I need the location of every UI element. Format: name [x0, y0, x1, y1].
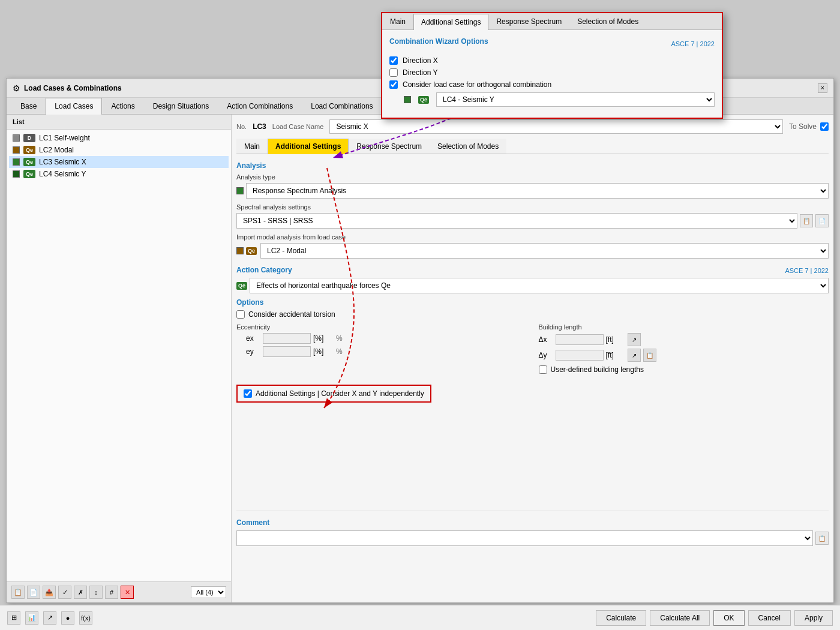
- taskbar-right: Calculate Calculate All OK Cancel Apply: [589, 610, 840, 626]
- taskbar-icon-1[interactable]: ⊞: [7, 611, 20, 625]
- delete-icon-btn[interactable]: ✕: [121, 586, 134, 599]
- taskbar-icon-3[interactable]: ↗: [43, 611, 56, 625]
- lc4-color: [13, 170, 20, 178]
- dy-label: Δy: [539, 351, 553, 359]
- spectral-btn1[interactable]: 📋: [800, 214, 813, 227]
- popup-lc4-badge: Qe: [418, 96, 429, 104]
- copy-icon-btn[interactable]: 📄: [27, 586, 40, 599]
- accidental-torsion-row: Consider accidental torsion: [236, 310, 829, 319]
- popup-tab-main[interactable]: Main: [382, 13, 413, 29]
- inner-tab-response[interactable]: Response Spectrum: [349, 139, 430, 154]
- additional-settings-highlight: Additional Settings | Consider X and Y i…: [236, 385, 431, 403]
- popup-tab-response[interactable]: Response Spectrum: [488, 13, 569, 29]
- list-item-lc2[interactable]: Qe LC2 Modal: [9, 144, 229, 156]
- lc1-label: LC1 Self-weight: [39, 134, 90, 142]
- list-item-lc1[interactable]: D LC1 Self-weight: [9, 132, 229, 144]
- action-cat-select[interactable]: Effects of horizontal earthquake forces …: [250, 278, 829, 293]
- accidental-torsion-checkbox[interactable]: [236, 310, 245, 319]
- lc2-color: [13, 146, 20, 154]
- tab-actions[interactable]: Actions: [102, 98, 143, 114]
- dx-btn1[interactable]: ↗: [628, 333, 641, 346]
- eccentricity-col: Eccentricity ex [%] % ey [%] %: [236, 323, 527, 379]
- dy-input[interactable]: [556, 350, 604, 361]
- right-panel: No. LC3 Load Case Name Seismic X To Solv…: [232, 115, 833, 602]
- eccentricity-grid: ex [%] % ey [%] %: [246, 333, 527, 357]
- uncheck-icon-btn[interactable]: ✗: [74, 586, 87, 599]
- modal-select[interactable]: LC2 - Modal: [260, 243, 829, 259]
- app-icon: ⚙: [13, 83, 20, 93]
- orthogonal-label: Consider load case for orthogonal combin…: [403, 80, 551, 89]
- user-defined-row: User-defined building lengths: [539, 365, 829, 374]
- ey-pct-symbol: %: [336, 347, 350, 356]
- ey-input[interactable]: [263, 346, 311, 357]
- dy-btn1[interactable]: ↗: [628, 349, 641, 362]
- lc-name-select[interactable]: Seismic X: [329, 119, 783, 134]
- lc4-color-box: [404, 96, 411, 103]
- tab-load-cases[interactable]: Load Cases: [46, 98, 102, 115]
- popup-tab-additional[interactable]: Additional Settings: [413, 14, 488, 30]
- cancel-button[interactable]: Cancel: [748, 610, 791, 626]
- comment-select[interactable]: [236, 530, 813, 546]
- export-icon-btn[interactable]: 📤: [43, 586, 56, 599]
- analysis-type-row: Response Spectrum Analysis: [236, 183, 829, 199]
- action-cat-header: Action Category ASCE 7 | 2022: [236, 263, 829, 278]
- eccentricity-label: Eccentricity: [236, 323, 527, 331]
- tab-action-combinations[interactable]: Action Combinations: [218, 98, 302, 114]
- ex-input[interactable]: [263, 333, 311, 344]
- accidental-torsion-label: Consider accidental torsion: [248, 310, 335, 319]
- spectral-select[interactable]: SPS1 - SRSS | SRSS: [236, 213, 797, 229]
- list-item-lc4[interactable]: Qe LC4 Seismic Y: [9, 168, 229, 180]
- popup-asce: ASCE 7 | 2022: [671, 40, 715, 47]
- direction-y-checkbox[interactable]: [389, 68, 398, 77]
- user-defined-label: User-defined building lengths: [551, 365, 644, 374]
- calculate-all-button[interactable]: Calculate All: [650, 610, 710, 626]
- orthogonal-checkbox[interactable]: [389, 80, 398, 89]
- add-icon-btn[interactable]: 📋: [11, 586, 25, 599]
- direction-y-label: Direction Y: [403, 68, 437, 77]
- to-solve-checkbox[interactable]: [820, 122, 829, 131]
- inner-tab-modes[interactable]: Selection of Modes: [430, 139, 506, 154]
- dx-ft-label: [ft]: [606, 335, 625, 344]
- tab-load-combinations[interactable]: Load Combinations: [302, 98, 382, 114]
- tab-design-situations[interactable]: Design Situations: [144, 98, 218, 114]
- comment-btn[interactable]: 📋: [815, 532, 829, 545]
- popup-dir-x-row: Direction X: [389, 56, 715, 65]
- taskbar-icon-4[interactable]: ●: [61, 611, 74, 625]
- popup-lc4-row: Qe LC4 - Seismic Y: [404, 92, 715, 107]
- popup-lc4-select[interactable]: LC4 - Seismic Y: [436, 92, 715, 107]
- dy-btn2[interactable]: 📋: [643, 349, 656, 362]
- analysis-type-color: [236, 187, 244, 194]
- dy-ft-label: [ft]: [606, 351, 625, 359]
- consider-xy-checkbox[interactable]: [244, 389, 252, 398]
- no-label: No.: [236, 123, 247, 130]
- taskbar-icon-2[interactable]: 📊: [25, 611, 38, 625]
- popup-tab-modes[interactable]: Selection of Modes: [569, 13, 646, 29]
- dx-input[interactable]: [556, 334, 604, 345]
- spectral-btn2[interactable]: 📄: [815, 214, 829, 227]
- tab-base[interactable]: Base: [11, 98, 46, 114]
- options-label: Options: [236, 298, 829, 307]
- window-title: Load Cases & Combinations: [24, 84, 122, 92]
- num-icon-btn[interactable]: #: [105, 586, 118, 599]
- analysis-type-select[interactable]: Response Spectrum Analysis: [246, 183, 829, 199]
- all-count-select[interactable]: All (4): [191, 586, 226, 598]
- user-defined-checkbox[interactable]: [539, 365, 547, 374]
- apply-button[interactable]: Apply: [794, 610, 833, 626]
- left-panel-icons: 📋 📄 📤 ✓ ✗ ↕ # ✕: [11, 586, 134, 599]
- taskbar-icon-5[interactable]: f(x): [79, 611, 92, 625]
- content-area: List D LC1 Self-weight Qe LC2 Modal: [7, 115, 833, 602]
- action-cat-label: Action Category: [236, 266, 292, 274]
- check-icon-btn[interactable]: ✓: [58, 586, 71, 599]
- dx-label: Δx: [539, 335, 553, 344]
- list-area: D LC1 Self-weight Qe LC2 Modal Qe LC3 Se…: [7, 130, 231, 581]
- sort-icon-btn[interactable]: ↕: [89, 586, 103, 599]
- calculate-button[interactable]: Calculate: [596, 610, 646, 626]
- ok-button[interactable]: OK: [713, 610, 744, 626]
- list-item-lc3[interactable]: Qe LC3 Seismic X: [9, 156, 229, 168]
- inner-tab-additional[interactable]: Additional Settings: [268, 139, 349, 154]
- ey-pct-label: [%]: [313, 347, 334, 356]
- ex-pct-symbol: %: [336, 334, 350, 343]
- direction-x-checkbox[interactable]: [389, 56, 398, 65]
- close-button[interactable]: ×: [818, 83, 827, 93]
- inner-tab-main[interactable]: Main: [236, 139, 268, 154]
